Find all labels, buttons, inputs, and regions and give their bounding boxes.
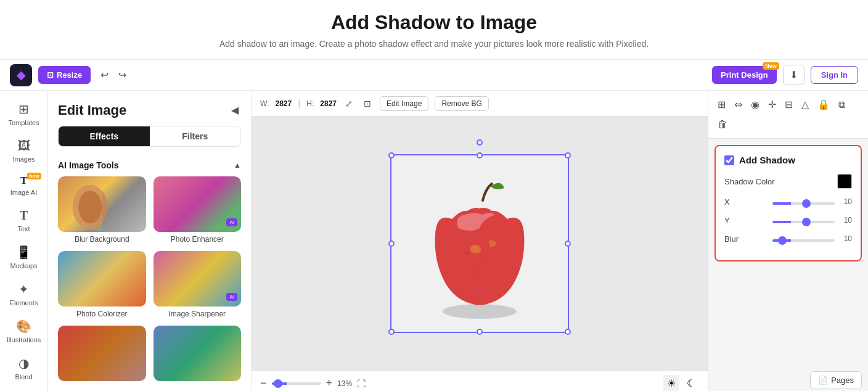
right-panel-icons: ⊞ ⇔ ◉ ✛ ⊟ △ 🔒 ⧉ 🗑: [708, 91, 868, 139]
tab-filters[interactable]: Filters: [150, 126, 241, 146]
pages-icon: 📄: [818, 376, 828, 385]
logo-button[interactable]: ◆: [10, 64, 32, 86]
light-theme-button[interactable]: ☀: [663, 375, 679, 391]
svg-point-7: [460, 264, 462, 266]
shadow-blur-row: Blur 10: [724, 233, 852, 244]
handle-bottom-right[interactable]: [565, 329, 571, 335]
shadow-card-header: Add Shadow: [724, 155, 852, 165]
handle-mid-left[interactable]: [388, 241, 395, 247]
expand-icon-button[interactable]: ⤢: [343, 96, 355, 111]
tool-card-extra1[interactable]: [58, 326, 146, 381]
fullscreen-button[interactable]: ⛶: [357, 379, 366, 389]
handle-top-mid[interactable]: [477, 152, 483, 158]
shadow-x-slider[interactable]: [772, 202, 835, 205]
shadow-enable-checkbox[interactable]: [724, 155, 734, 165]
handle-top-left[interactable]: [388, 152, 395, 158]
duplicate-icon-button[interactable]: ⧉: [835, 96, 848, 113]
image-sharpener-badge: AI: [226, 293, 237, 301]
svg-point-4: [465, 251, 469, 255]
sidebar-item-image-ai[interactable]: New T Image AI: [3, 170, 45, 201]
tool-card-image-sharpener[interactable]: AI Image Sharpener: [154, 251, 242, 318]
sidebar-item-illustrations[interactable]: 🎨 Illustrations: [3, 314, 45, 348]
pages-button[interactable]: 📄 Pages: [810, 371, 862, 389]
lock-icon-button[interactable]: 🔒: [814, 96, 833, 113]
svg-point-8: [497, 255, 499, 257]
tool-card-photo-enhancer[interactable]: AI Photo Enhancer: [154, 176, 242, 244]
handle-bottom-mid[interactable]: [477, 329, 483, 335]
ai-tools-section-header[interactable]: AI Image Tools ▲: [48, 154, 251, 176]
handle-mid-right[interactable]: [565, 241, 571, 247]
blur-bg-thumbnail: [58, 176, 146, 232]
edit-panel: Edit Image ◀ Effects Filters AI Image To…: [48, 91, 252, 391]
tool-card-extra2[interactable]: [154, 326, 242, 381]
handle-rotate[interactable]: [477, 139, 483, 146]
shadow-y-slider[interactable]: [772, 221, 835, 223]
download-button[interactable]: ⬇: [783, 65, 805, 85]
sidebar-item-templates[interactable]: ⊞ Templates: [3, 97, 45, 131]
collapse-button[interactable]: ◀: [229, 102, 241, 118]
shadow-blur-value: 10: [840, 234, 852, 243]
align-icon-button[interactable]: ⊞: [714, 96, 729, 113]
section-chevron: ▲: [234, 161, 241, 170]
handle-top-right[interactable]: [565, 152, 571, 158]
tool-card-blur-bg[interactable]: Blur Background: [58, 176, 146, 244]
new-badge: New: [763, 62, 779, 70]
edit-image-button[interactable]: Edit Image: [380, 96, 428, 111]
move-icon-button[interactable]: ✛: [765, 96, 779, 113]
sidebar-item-text[interactable]: T Text: [3, 204, 45, 237]
canvas-selection[interactable]: [390, 154, 569, 333]
shadow-color-swatch[interactable]: [837, 174, 852, 189]
tab-effects[interactable]: Effects: [59, 126, 150, 146]
sidebar-item-my-files[interactable]: 📁 My Files: [3, 388, 45, 391]
crop-icon-button[interactable]: ⊡: [361, 96, 374, 111]
height-label: H:: [306, 99, 314, 108]
canvas-area: W: 2827 | H: 2827 ⤢ ⊡ Edit Image Remove …: [252, 91, 708, 391]
theme-buttons: ☀ ☾: [663, 375, 699, 391]
sidebar-label-images: Images: [12, 155, 35, 163]
zoom-in-button[interactable]: +: [326, 377, 333, 390]
zoom-out-button[interactable]: −: [260, 377, 267, 390]
effects-filters-tabs: Effects Filters: [58, 126, 241, 147]
page-title: Add Shadow to Image: [0, 11, 868, 34]
effects-icon-button[interactable]: ◉: [748, 96, 763, 113]
signin-button[interactable]: Sign In: [811, 66, 858, 84]
resize-button[interactable]: ⊡ Resize: [38, 66, 91, 84]
tool-card-photo-colorizer[interactable]: Photo Colorizer: [58, 251, 146, 318]
sidebar-item-mockups[interactable]: 📱 Mockups: [3, 240, 45, 274]
extra2-thumbnail: [154, 326, 242, 381]
resize-icon: ⊡: [47, 70, 54, 80]
sidebar-label-image-ai: Image AI: [10, 189, 37, 196]
svg-point-3: [443, 304, 517, 319]
redo-button[interactable]: ↪: [115, 67, 130, 83]
flip-icon-button[interactable]: ⇔: [731, 96, 745, 113]
ai-tools-grid: Blur Background AI Photo Enhancer Photo …: [48, 176, 251, 389]
remove-bg-button[interactable]: Remove BG: [435, 96, 488, 111]
print-design-button[interactable]: Print Design New: [712, 66, 777, 84]
shadow-blur-slider[interactable]: [772, 239, 835, 242]
delete-icon-button[interactable]: 🗑: [714, 116, 731, 133]
sidebar-item-images[interactable]: 🖼 Images: [3, 134, 45, 168]
undo-button[interactable]: ↩: [97, 67, 112, 83]
sidebar-label-illustrations: Illustrations: [7, 336, 41, 344]
mask-icon-button[interactable]: △: [798, 96, 812, 113]
blur-bg-label: Blur Background: [58, 235, 146, 244]
shadow-x-row: X 10: [724, 196, 852, 207]
dark-theme-button[interactable]: ☾: [683, 375, 699, 391]
photo-colorizer-label: Photo Colorizer: [58, 310, 146, 318]
photo-colorizer-thumbnail: [58, 251, 146, 307]
handle-bottom-left[interactable]: [388, 329, 395, 335]
shadow-y-slider-wrap: [772, 215, 835, 226]
shadow-y-value: 10: [840, 216, 852, 224]
sidebar-item-elements[interactable]: ✦ Elements: [3, 277, 45, 311]
width-value: 2827: [275, 99, 292, 108]
canvas-content[interactable]: [252, 117, 708, 371]
layers-icon-button[interactable]: ⊟: [782, 96, 796, 113]
canvas-toolbar: W: 2827 | H: 2827 ⤢ ⊡ Edit Image Remove …: [252, 91, 708, 117]
sidebar-item-blend[interactable]: ◑ Blend: [3, 351, 45, 385]
width-label: W:: [260, 99, 269, 108]
shadow-card: Add Shadow Shadow Color X 10 Y: [714, 145, 862, 261]
pages-label: Pages: [831, 376, 854, 385]
svg-rect-2: [58, 178, 102, 231]
zoom-slider[interactable]: [272, 382, 321, 385]
blur-bg-svg: [58, 176, 146, 232]
